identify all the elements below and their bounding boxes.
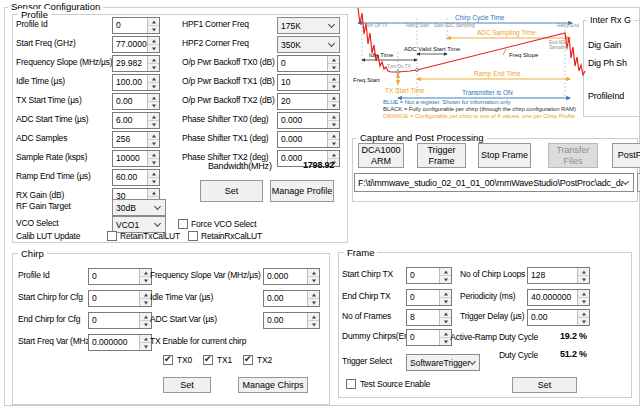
spinner[interactable] <box>147 18 159 33</box>
start-chirp-cfg-input[interactable]: 0 <box>88 290 152 307</box>
tx-start-time-value[interactable]: 0.00 <box>113 94 147 109</box>
no-of-frames-value[interactable]: 8 <box>407 310 439 325</box>
spin-down-icon[interactable] <box>148 82 159 90</box>
start-freq-value[interactable]: 77.000000 <box>113 37 147 52</box>
spin-up-icon[interactable] <box>148 151 159 158</box>
spin-up-icon[interactable] <box>328 151 339 158</box>
spinner[interactable] <box>307 291 319 306</box>
spin-up-icon[interactable] <box>328 75 339 82</box>
spin-down-icon[interactable] <box>148 120 159 128</box>
freq-slope-input[interactable]: 29.982 <box>112 55 160 72</box>
spin-down-icon[interactable] <box>578 317 589 325</box>
spin-down-icon[interactable] <box>148 101 159 109</box>
spin-up-icon[interactable] <box>148 113 159 120</box>
spinner[interactable] <box>577 310 589 325</box>
backoff-tx1-value[interactable]: 10 <box>278 75 327 90</box>
sample-rate-value[interactable]: 10000 <box>113 151 147 166</box>
spin-down-icon[interactable] <box>440 275 451 283</box>
spin-up-icon[interactable] <box>148 37 159 44</box>
tx1-checkbox[interactable] <box>203 355 213 365</box>
spin-up-icon[interactable] <box>308 269 319 276</box>
start-freq-var-input[interactable]: 0.000000 <box>88 334 152 351</box>
freq-slope-var-input[interactable]: 0.000 <box>263 268 320 285</box>
spin-up-icon[interactable] <box>328 56 339 63</box>
transfer-files-button[interactable]: Transfer Files <box>548 143 598 168</box>
rf-gain-target-combo[interactable]: 30dB <box>112 199 166 216</box>
tx0-checkbox[interactable] <box>163 355 173 365</box>
spin-down-icon[interactable] <box>440 317 451 325</box>
spinner[interactable] <box>307 269 319 284</box>
no-chirp-loops-value[interactable]: 128 <box>528 268 577 283</box>
spin-down-icon[interactable] <box>440 297 451 305</box>
adc-start-time-value[interactable]: 6.00 <box>113 113 147 128</box>
set-profile-button[interactable]: Set <box>200 180 263 202</box>
adc-start-var-input[interactable]: 0.00 <box>263 312 320 329</box>
idle-time-var-input[interactable]: 0.00 <box>263 290 320 307</box>
end-chirp-cfg-input[interactable]: 0 <box>88 312 152 329</box>
spin-up-icon[interactable] <box>440 310 451 317</box>
dca1000-arm-button[interactable]: DCA1000 ARM <box>358 143 404 168</box>
spinner[interactable] <box>147 132 159 147</box>
spin-down-icon[interactable] <box>148 158 159 166</box>
no-chirp-loops-input[interactable]: 128 <box>527 267 590 284</box>
spinner[interactable] <box>147 151 159 166</box>
trigger-frame-button[interactable]: Trigger Frame <box>417 143 466 168</box>
start-chirp-tx-input[interactable]: 0 <box>406 267 452 284</box>
set-frame-button[interactable]: Set <box>512 377 577 393</box>
spin-up-icon[interactable] <box>328 113 339 120</box>
trigger-delay-input[interactable]: 0.00 <box>527 309 590 326</box>
spinner[interactable] <box>147 75 159 90</box>
adc-samples-input[interactable]: 256 <box>112 131 160 148</box>
phase-tx1-input[interactable]: 0.000 <box>277 131 340 148</box>
postproc-button[interactable]: PostProc <box>612 143 640 168</box>
spinner[interactable] <box>147 94 159 109</box>
start-chirp-tx-value[interactable]: 0 <box>407 268 439 283</box>
ramp-end-time-value[interactable]: 60.00 <box>113 170 147 185</box>
set-chirp-button[interactable]: Set <box>163 377 211 393</box>
spin-down-icon[interactable] <box>578 275 589 283</box>
spinner[interactable] <box>327 75 339 90</box>
spin-down-icon[interactable] <box>578 297 589 305</box>
periodicity-value[interactable]: 40.000000 <box>528 290 577 305</box>
spinner[interactable] <box>327 94 339 109</box>
profile-id-input[interactable]: 0 <box>112 17 160 34</box>
spinner[interactable] <box>147 56 159 71</box>
spinner[interactable] <box>147 113 159 128</box>
spin-up-icon[interactable] <box>328 132 339 139</box>
spin-up-icon[interactable] <box>440 268 451 275</box>
freq-slope-var-value[interactable]: 0.000 <box>264 269 307 284</box>
spin-up-icon[interactable] <box>328 94 339 101</box>
spinner[interactable] <box>327 113 339 128</box>
spin-down-icon[interactable] <box>148 139 159 147</box>
hpf2-combo[interactable]: 350K <box>277 36 340 53</box>
spin-down-icon[interactable] <box>328 120 339 128</box>
spinner[interactable] <box>327 56 339 71</box>
spin-down-icon[interactable] <box>328 101 339 109</box>
spinner[interactable] <box>577 268 589 283</box>
spinner[interactable] <box>439 290 451 305</box>
spinner[interactable] <box>147 170 159 185</box>
idle-time-input[interactable]: 100.00 <box>112 74 160 91</box>
spinner[interactable] <box>327 132 339 147</box>
spin-down-icon[interactable] <box>148 44 159 52</box>
start-chirp-cfg-value[interactable]: 0 <box>89 291 139 306</box>
adc-start-time-input[interactable]: 6.00 <box>112 112 160 129</box>
spin-up-icon[interactable] <box>308 313 319 320</box>
ramp-end-time-input[interactable]: 60.00 <box>112 169 160 186</box>
chirp-profile-id-input[interactable]: 0 <box>88 268 152 285</box>
sample-rate-input[interactable]: 10000 <box>112 150 160 167</box>
spin-down-icon[interactable] <box>308 276 319 284</box>
capture-path-combo[interactable]: F:\ti\mmwave_studio_02_01_01_00\mmWaveSt… <box>354 173 634 192</box>
profile-id-value[interactable]: 0 <box>113 18 147 33</box>
idle-time-var-value[interactable]: 0.00 <box>264 291 307 306</box>
spin-up-icon[interactable] <box>148 94 159 101</box>
hpf1-combo[interactable]: 175K <box>277 17 340 34</box>
spin-down-icon[interactable] <box>148 177 159 185</box>
backoff-tx0-value[interactable]: 0 <box>278 56 327 71</box>
spinner[interactable] <box>577 290 589 305</box>
backoff-tx1-input[interactable]: 10 <box>277 74 340 91</box>
trigger-select-combo[interactable]: SoftwareTrigger <box>406 354 480 371</box>
spin-up-icon[interactable] <box>148 18 159 25</box>
spin-down-icon[interactable] <box>308 298 319 306</box>
chirp-profile-id-value[interactable]: 0 <box>89 269 139 284</box>
